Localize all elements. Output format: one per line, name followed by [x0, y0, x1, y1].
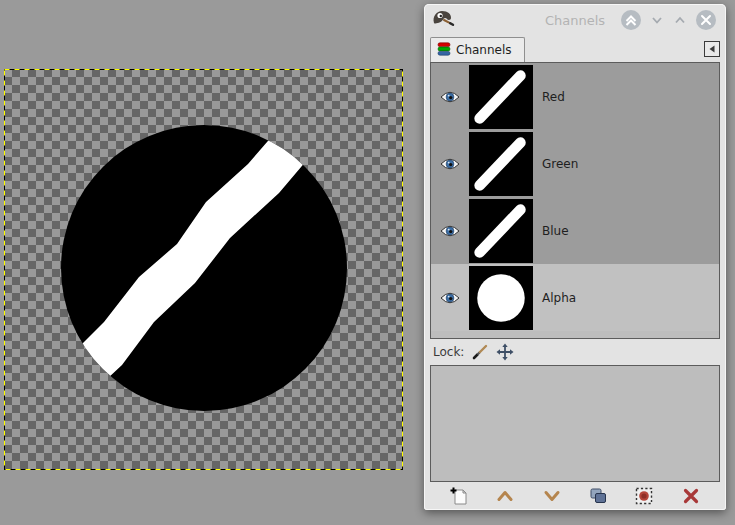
channel-to-selection-button[interactable]: [632, 484, 656, 508]
tab-channels[interactable]: Channels: [430, 37, 525, 62]
channels-dialog: Channels: [424, 4, 726, 510]
channel-row-green[interactable]: Green: [431, 130, 719, 197]
visibility-toggle[interactable]: [431, 90, 469, 104]
channel-row-alpha[interactable]: Alpha: [431, 264, 719, 331]
new-channel-button[interactable]: [447, 484, 471, 508]
channels-toolbar: [424, 482, 726, 510]
arrow-up-icon: [495, 486, 515, 506]
visibility-toggle[interactable]: [431, 224, 469, 238]
lower-channel-button[interactable]: [540, 484, 564, 508]
channel-thumbnail[interactable]: [469, 65, 533, 129]
chevron-down-icon[interactable]: [649, 12, 665, 28]
eye-icon: [440, 224, 460, 238]
dialog-tabbar: Channels: [424, 36, 726, 62]
channel-thumbnail[interactable]: [469, 266, 533, 330]
lock-position-button[interactable]: [496, 343, 514, 361]
tab-menu-button[interactable]: [704, 41, 720, 57]
wilber-icon: [431, 8, 455, 32]
collapse-all-button[interactable]: [620, 9, 642, 31]
channel-label: Red: [542, 90, 565, 104]
paintbrush-icon: [471, 343, 489, 361]
channel-label: Green: [542, 157, 578, 171]
eye-icon: [440, 90, 460, 104]
channel-thumbnail[interactable]: [469, 199, 533, 263]
new-channel-icon: [449, 486, 469, 506]
arrow-down-icon: [542, 486, 562, 506]
channel-list: Red Green: [430, 62, 720, 339]
chevron-up-icon[interactable]: [672, 12, 688, 28]
dialog-titlebar[interactable]: Channels: [424, 4, 726, 36]
rgb-channels-icon: [437, 42, 451, 59]
channel-label: Blue: [542, 224, 569, 238]
canvas-artwork: [4, 69, 403, 470]
lock-label: Lock:: [433, 345, 464, 359]
channel-label: Alpha: [542, 291, 576, 305]
selection-icon: [634, 486, 654, 506]
channel-thumbnail[interactable]: [469, 132, 533, 196]
eye-icon: [440, 157, 460, 171]
gimp-desktop: { "window": { "title": "Channels" }, "ta…: [0, 0, 735, 525]
close-button[interactable]: [695, 9, 717, 31]
visibility-toggle[interactable]: [431, 157, 469, 171]
eye-icon: [440, 291, 460, 305]
channel-row-blue[interactable]: Blue: [431, 197, 719, 264]
channel-row-red[interactable]: Red: [431, 63, 719, 130]
image-canvas[interactable]: [4, 69, 403, 470]
delete-x-icon: [681, 486, 701, 506]
duplicate-icon: [588, 486, 608, 506]
visibility-toggle[interactable]: [431, 291, 469, 305]
lock-paint-button[interactable]: [471, 343, 489, 361]
duplicate-channel-button[interactable]: [586, 484, 610, 508]
delete-channel-button[interactable]: [679, 484, 703, 508]
lock-row: Lock:: [424, 339, 726, 365]
triangle-left-icon: [707, 44, 717, 54]
raise-channel-button[interactable]: [493, 484, 517, 508]
tab-label: Channels: [456, 43, 512, 57]
channel-drop-area: [430, 365, 720, 482]
move-icon: [496, 343, 514, 361]
